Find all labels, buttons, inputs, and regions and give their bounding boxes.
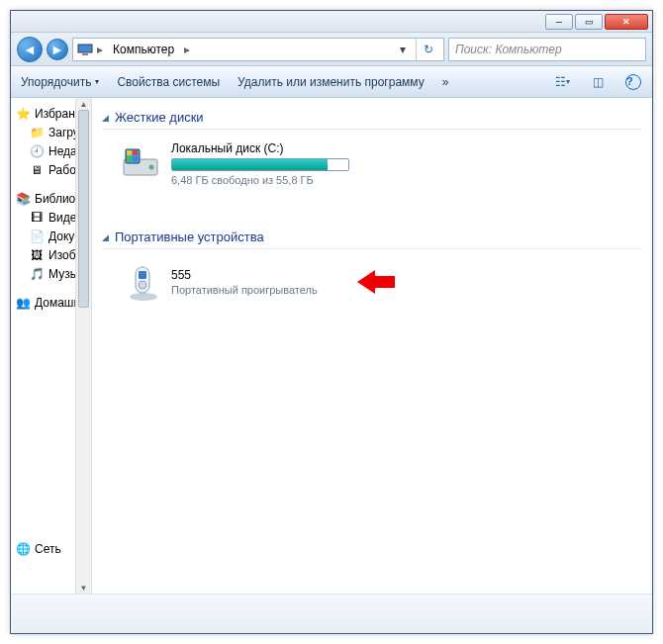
group-hard-drives[interactable]: ◢ Жесткие диски [102, 110, 642, 130]
view-options-button[interactable]: ☷▾ [551, 71, 573, 93]
search-placeholder: Поиск: Компьютер [455, 43, 562, 56]
maximize-button[interactable]: ▭ [575, 14, 603, 30]
chevron-right-icon: ▸ [97, 43, 103, 56]
homegroup-icon: 👥 [15, 295, 31, 311]
scroll-up-icon[interactable]: ▲ [76, 98, 91, 110]
desktop-icon: 🖥 [29, 162, 45, 178]
forward-button[interactable]: ► [47, 39, 68, 60]
picture-icon: 🖼 [29, 247, 45, 263]
red-arrow-annotation [357, 270, 395, 294]
content-pane[interactable]: ◢ Жесткие диски Локальный д [92, 98, 652, 594]
close-button[interactable]: ✕ [605, 14, 648, 30]
portable-player-icon [120, 261, 161, 303]
arrow-right-icon: ► [50, 42, 64, 57]
collapse-icon[interactable]: ◢ [102, 113, 109, 123]
svg-rect-7 [133, 156, 138, 161]
drive-c-name: Локальный диск (C:) [171, 141, 379, 155]
titlebar[interactable]: ─ ▭ ✕ [11, 11, 652, 33]
back-button[interactable]: ◄ [17, 37, 43, 62]
navigation-pane[interactable]: ⭐ Избранное 📁 Загрузки 🕘 Недавние места … [11, 98, 92, 594]
hard-drive-icon [120, 141, 161, 183]
network-icon: 🌐 [15, 541, 31, 557]
collapse-icon[interactable]: ◢ [102, 232, 109, 242]
computer-icon [77, 42, 93, 57]
address-dropdown-button[interactable]: ▾ [394, 39, 412, 60]
explorer-window: ─ ▭ ✕ ◄ ► ▸ Компьютер ▸ ▾ ↻ Поиск: Компь… [10, 10, 653, 634]
recent-icon: 🕘 [29, 143, 45, 159]
preview-pane-icon: ◫ [593, 75, 604, 89]
details-pane [11, 594, 652, 633]
system-properties-button[interactable]: Свойства системы [115, 71, 222, 93]
breadcrumb[interactable]: ▸ Компьютер ▸ ▾ ↻ [72, 38, 444, 61]
svg-rect-4 [127, 150, 132, 155]
organize-button[interactable]: Упорядочить [19, 71, 101, 93]
refresh-icon: ↻ [424, 43, 433, 56]
device-type: Портативный проигрыватель [171, 284, 318, 296]
video-icon: 🎞 [29, 210, 45, 226]
svg-rect-6 [127, 156, 132, 161]
body: ⭐ Избранное 📁 Загрузки 🕘 Недавние места … [11, 98, 652, 594]
svg-rect-5 [133, 150, 138, 155]
svg-point-8 [149, 165, 154, 170]
chevron-right-icon: ▸ [184, 43, 190, 56]
document-icon: 📄 [29, 229, 45, 244]
device-name: 555 [171, 268, 318, 282]
drive-c[interactable]: Локальный диск (C:) 6,48 ГБ свободно из … [102, 138, 642, 190]
svg-rect-0 [78, 45, 92, 52]
svg-point-12 [139, 281, 146, 289]
svg-rect-11 [139, 271, 146, 279]
breadcrumb-computer[interactable]: Компьютер [107, 41, 180, 58]
scroll-thumb[interactable] [78, 110, 89, 308]
star-icon: ⭐ [15, 106, 31, 122]
address-bar: ◄ ► ▸ Компьютер ▸ ▾ ↻ Поиск: Компьютер [11, 33, 652, 66]
overflow-button[interactable]: » [440, 71, 451, 93]
libraries-icon: 📚 [15, 191, 31, 207]
preview-pane-button[interactable]: ◫ [587, 71, 609, 93]
search-input[interactable]: Поиск: Компьютер [448, 38, 646, 61]
portable-device-555[interactable]: 555 Портативный проигрыватель [102, 257, 642, 307]
arrow-left-icon: ◄ [23, 42, 37, 57]
folder-icon: 📁 [29, 125, 45, 140]
nav-scrollbar[interactable]: ▲ ▼ [75, 98, 91, 594]
minimize-button[interactable]: ─ [545, 14, 573, 30]
command-bar: Упорядочить Свойства системы Удалить или… [11, 66, 652, 98]
drive-c-capacity-bar [171, 158, 349, 171]
refresh-button[interactable]: ↻ [416, 39, 439, 60]
svg-point-9 [130, 293, 157, 301]
svg-rect-1 [82, 53, 88, 55]
group-portable-devices[interactable]: ◢ Портативные устройства [102, 230, 642, 249]
scroll-down-icon[interactable]: ▼ [76, 582, 91, 594]
drive-c-stats: 6,48 ГБ свободно из 55,8 ГБ [171, 174, 379, 186]
help-icon: ? [625, 74, 641, 90]
music-icon: 🎵 [29, 266, 45, 282]
view-icon: ☷ [555, 75, 566, 89]
help-button[interactable]: ? [622, 71, 644, 93]
uninstall-program-button[interactable]: Удалить или изменить программу [236, 71, 426, 93]
